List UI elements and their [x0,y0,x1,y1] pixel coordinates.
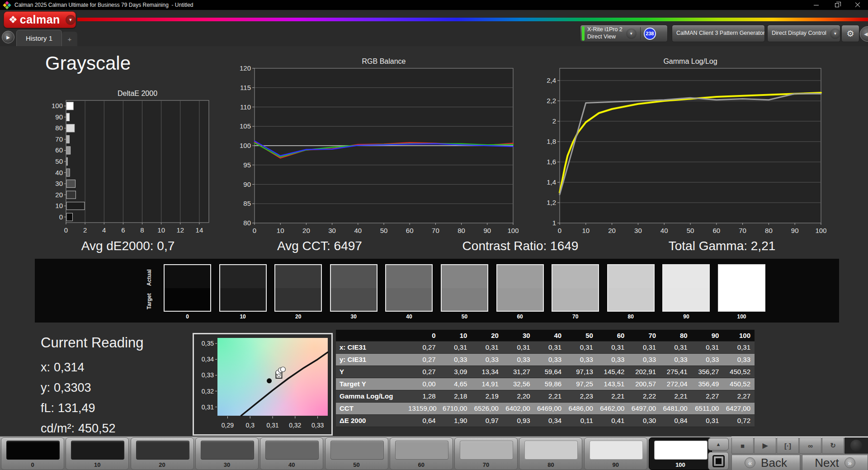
swatch-60 [496,264,544,312]
swatch-level-label: 20 [274,313,322,320]
table-cell: 97,25 [566,378,597,390]
pattern-button-70[interactable]: 70 [454,437,518,470]
svg-text:0,32: 0,32 [289,422,301,429]
pattern-label: 40 [260,461,323,468]
svg-text:100: 100 [507,227,519,234]
svg-text:100: 100 [815,227,826,234]
pattern-button-100[interactable]: 100 [649,437,712,470]
svg-text:80: 80 [765,227,773,234]
swatch-level-label: 100 [718,313,765,320]
svg-text:50: 50 [687,227,694,234]
svg-text:40: 40 [55,169,63,176]
pattern-button-60[interactable]: 60 [390,437,453,470]
svg-text:30: 30 [328,227,336,234]
svg-text:100: 100 [240,142,251,149]
swatch-90 [662,264,710,312]
pattern-button-20[interactable]: 20 [131,437,194,470]
table-cell: 6402,00 [503,402,534,414]
calman-window: Calman 2025 Calman Ultimate for Business… [0,0,868,470]
table-cell: 2,22 [628,390,660,402]
table-cell: 32,56 [503,378,534,390]
restore-button[interactable] [826,0,847,10]
tab-scroll-button[interactable]: ▶ [2,31,14,43]
reading-cdm2: 450,52 [78,422,116,435]
pattern-chip [265,441,319,460]
pattern-generator-dropdown[interactable]: CalMAN Client 3 Pattern Generator ▼ [672,25,765,42]
svg-text:12: 12 [176,226,184,234]
table-cell: 0,97 [471,414,503,427]
settings-button[interactable]: ⚙ [841,25,859,42]
next-button[interactable]: Next » [802,455,868,470]
table-cell: 272,04 [660,378,692,390]
table-col-50: 50 [566,330,597,341]
step-button[interactable]: [·] [777,437,799,454]
calman-menu-chevron-icon[interactable]: ▼ [66,15,75,25]
actual-label: Actual [146,265,153,290]
play-button[interactable]: ▶ [754,437,776,454]
meter-dropdown[interactable]: X-Rite i1Pro 2Direct View ▼ 238 [580,25,668,42]
transport-controls: ■▶[·]∞↻ [731,437,844,454]
table-col-40: 40 [534,330,566,341]
pattern-button-10[interactable]: 10 [66,437,129,470]
svg-text:0,34: 0,34 [202,356,214,363]
add-tab-button[interactable]: + [62,32,77,46]
table-col-30: 30 [503,330,534,341]
current-reading-panel: Current Reading x:0,314 y:0,3303 fL:131,… [41,335,143,439]
svg-text:60: 60 [406,227,414,234]
meter-dropdown-chevron-icon[interactable]: ▼ [626,28,637,39]
table-row-6: CCT13159,006710,006526,006402,006469,006… [336,402,755,414]
pattern-chip [590,441,643,460]
table-cell: 0,31 [471,341,503,353]
loop-button[interactable]: ∞ [799,437,821,454]
svg-text:40: 40 [354,227,362,234]
table-row-3: Y0,273,0913,3431,2759,6497,13145,42202,9… [336,366,755,378]
table-col-10: 10 [440,330,472,341]
table-row-4: Target Y0,004,6514,9132,5659,8697,25143,… [336,378,755,390]
svg-text:95: 95 [243,161,251,169]
svg-text:4: 4 [102,226,106,234]
pattern-button-50[interactable]: 50 [325,437,388,470]
table-cell: 0,30 [628,414,660,427]
table-cell: 3,09 [440,366,472,378]
pattern-button-0[interactable]: 0 [1,437,64,470]
pattern-button-90[interactable]: 90 [584,437,647,470]
svg-text:60: 60 [55,146,63,154]
svg-text:0,33: 0,33 [311,422,324,429]
display-dropdown-chevron-icon[interactable]: ▼ [830,28,840,39]
table-cell: 1,28 [408,390,440,402]
table-row-5: Gamma Log/Log1,282,182,192,202,212,232,2… [336,390,755,402]
table-cell: 0,34 [534,414,566,427]
display-control-dropdown[interactable]: Direct Display Control ▼ [767,25,840,42]
pattern-button-30[interactable]: 30 [195,437,259,470]
svg-text:10: 10 [55,202,63,209]
calman-diamond-icon: ❖ [9,15,18,25]
minimize-button[interactable] [806,0,826,10]
svg-text:14: 14 [196,226,203,234]
svg-text:1,8: 1,8 [547,138,556,145]
table-cell: 59,86 [534,378,566,390]
table-cell: 2,23 [566,390,597,402]
table-cell: 0,33 [534,353,566,366]
svg-text:40: 40 [660,227,668,234]
stop-button[interactable]: ■ [731,437,754,454]
pattern-button-40[interactable]: 40 [260,437,323,470]
measurement-table: 0102030405060708090100 x: CIE310,270,310… [336,330,755,427]
tab-history-1[interactable]: History 1 [16,30,62,46]
close-button[interactable] [847,0,868,10]
indicator-circle [850,440,862,451]
svg-text:90: 90 [243,180,251,188]
pattern-button-80[interactable]: 80 [519,437,582,470]
collapse-panel-button[interactable]: ◀ [860,26,868,42]
pattern-window-button[interactable] [708,452,729,470]
avg-cct-stat: Avg CCT: 6497 [277,239,362,253]
chevron-left-icon: ◀ [864,31,868,37]
calman-menu-button[interactable]: ❖ calman ▼ [4,11,76,28]
refresh-button[interactable]: ↻ [822,437,844,454]
pattern-up-button[interactable]: ▲ [708,438,729,451]
back-button[interactable]: « Back [731,455,800,470]
table-cell: 0,31 [534,341,566,353]
svg-text:0,32: 0,32 [202,388,214,395]
pattern-chip [6,441,60,460]
svg-text:10: 10 [277,227,284,234]
table-cell: 0,41 [597,414,629,427]
